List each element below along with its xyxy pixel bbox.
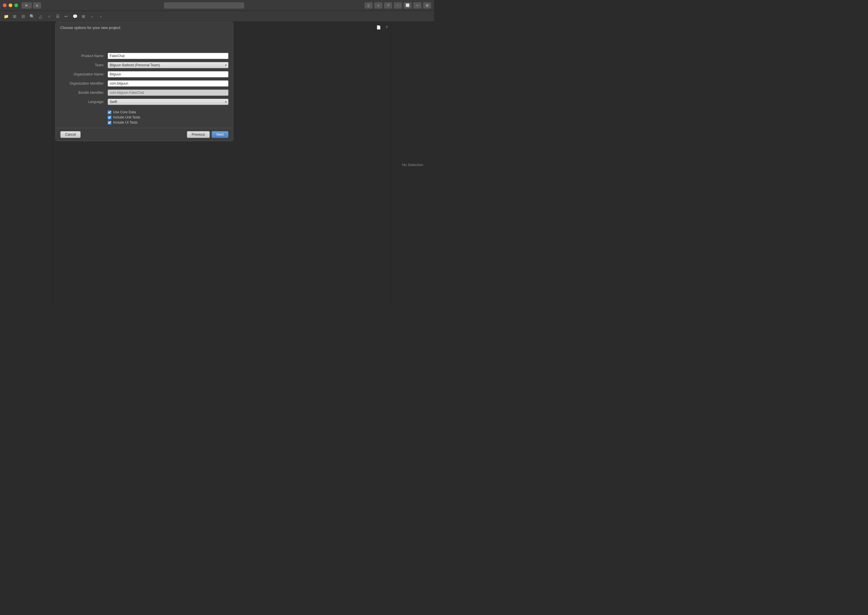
chevron-right-icon[interactable]: › xyxy=(97,12,105,20)
dialog-title: Choose options for your new project: xyxy=(60,25,121,30)
no-selection-text: No Selection xyxy=(402,162,423,167)
previous-button[interactable]: Previous xyxy=(187,131,210,138)
new-project-dialog: Choose options for your new project: Pro… xyxy=(55,22,233,141)
include-ui-tests-checkbox[interactable] xyxy=(108,121,111,125)
grid-icon[interactable]: ⊟ xyxy=(20,12,27,20)
stop-button[interactable]: ■ xyxy=(33,2,41,9)
include-ui-tests-label: Include UI Tests xyxy=(113,120,138,125)
include-unit-tests-label: Include Unit Tests xyxy=(113,115,140,119)
main-layout: Choose options for your new project: Pro… xyxy=(0,22,434,308)
layout3-icon[interactable]: ▦ xyxy=(423,2,431,9)
layout1-icon[interactable]: ⬜ xyxy=(404,2,411,9)
sidebar xyxy=(0,22,53,308)
product-name-input[interactable] xyxy=(108,53,228,59)
cancel-button[interactable]: Cancel xyxy=(60,131,81,138)
square-icon[interactable]: ⊞ xyxy=(11,12,18,20)
close-button[interactable] xyxy=(3,3,6,7)
content-area: Choose options for your new project: Pro… xyxy=(53,22,391,308)
org-name-label: Organization Name: xyxy=(60,72,108,76)
minimize-button[interactable] xyxy=(9,3,13,7)
warning-icon[interactable]: △ xyxy=(37,12,44,20)
org-name-row: Organization Name: xyxy=(60,71,228,78)
dialog-footer: Cancel Previous Next xyxy=(56,128,233,141)
use-core-data-row: Use Core Data xyxy=(108,110,228,114)
bundle-identifier-label: Bundle Identifier: xyxy=(60,91,108,95)
next-button[interactable]: Next xyxy=(211,131,228,138)
language-select[interactable]: Swift Objective-C xyxy=(108,99,228,105)
code-icon[interactable]: {} xyxy=(364,2,372,9)
language-select-wrapper: Swift Objective-C ▼ xyxy=(108,99,228,105)
footer-nav: Previous Next xyxy=(187,131,228,138)
list-icon[interactable]: ☰ xyxy=(54,12,61,20)
editor-icon[interactable]: ≡ xyxy=(374,2,382,9)
language-row: Language: Swift Objective-C ▼ xyxy=(60,99,228,105)
product-name-label: Product Name: xyxy=(60,54,108,58)
org-identifier-input[interactable] xyxy=(108,80,228,87)
titlebar-search xyxy=(164,2,244,9)
folder-icon[interactable]: 📁 xyxy=(2,12,10,20)
use-core-data-label: Use Core Data xyxy=(113,110,136,114)
team-select[interactable]: Bilguun Batbold (Personal Team) xyxy=(108,62,228,68)
comment-icon[interactable]: 💬 xyxy=(71,12,79,20)
org-name-input[interactable] xyxy=(108,71,228,78)
org-identifier-row: Organization Identifier: xyxy=(60,80,228,87)
dialog-header: Choose options for your new project: xyxy=(56,22,233,32)
dialog-body: Product Name: Team: Bilguun Batbold (Per… xyxy=(56,32,233,128)
include-ui-tests-row: Include UI Tests xyxy=(108,120,228,125)
bundle-identifier-input xyxy=(108,89,228,96)
new-file-icon[interactable]: 📄 xyxy=(375,24,382,30)
org-identifier-label: Organization Identifier: xyxy=(60,81,108,86)
panel-icons: 📄 ? xyxy=(375,24,390,30)
traffic-lights xyxy=(3,3,18,7)
search-icon[interactable]: 🔍 xyxy=(28,12,36,20)
team-row: Team: Bilguun Batbold (Personal Team) ▼ xyxy=(60,62,228,68)
checkboxes-area: Use Core Data Include Unit Tests Include… xyxy=(108,110,228,125)
forward-icon[interactable]: → xyxy=(394,2,402,9)
chevron-left-icon[interactable]: ‹ xyxy=(88,12,96,20)
titlebar-center xyxy=(43,2,364,9)
right-panel: No Selection xyxy=(391,22,434,308)
run-button[interactable]: ▶ xyxy=(22,2,32,9)
language-label: Language: xyxy=(60,100,108,104)
form-area: Product Name: Team: Bilguun Batbold (Per… xyxy=(60,53,228,125)
titlebar-actions: {} ≡ ↺ → ⬜ ▭ ▦ xyxy=(364,2,431,9)
maximize-button[interactable] xyxy=(14,3,18,7)
include-unit-tests-checkbox[interactable] xyxy=(108,116,111,119)
toolbar: 📁 ⊞ ⊟ 🔍 △ ○ ☰ ↩ 💬 ⊞ ‹ › xyxy=(0,11,434,22)
help-icon[interactable]: ? xyxy=(383,24,390,30)
team-label: Team: xyxy=(60,63,108,67)
titlebar: ▶ ■ {} ≡ ↺ → ⬜ ▭ ▦ xyxy=(0,0,434,11)
include-unit-tests-row: Include Unit Tests xyxy=(108,115,228,119)
refresh-icon[interactable]: ↺ xyxy=(384,2,392,9)
use-core-data-checkbox[interactable] xyxy=(108,111,111,114)
team-select-wrapper: Bilguun Batbold (Personal Team) ▼ xyxy=(108,62,228,68)
product-name-row: Product Name: xyxy=(60,53,228,59)
layout-icon[interactable]: ⊞ xyxy=(80,12,87,20)
layout2-icon[interactable]: ▭ xyxy=(413,2,421,9)
circle-icon[interactable]: ○ xyxy=(45,12,53,20)
undo-icon[interactable]: ↩ xyxy=(63,12,70,20)
bundle-identifier-row: Bundle Identifier: xyxy=(60,89,228,96)
